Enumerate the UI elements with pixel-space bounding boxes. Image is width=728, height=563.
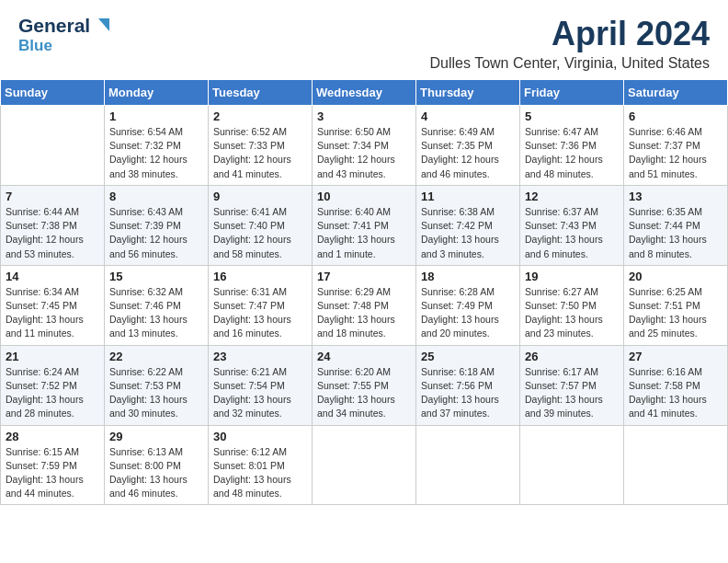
- day-info: Sunrise: 6:52 AMSunset: 7:33 PMDaylight:…: [213, 125, 307, 181]
- day-info: Sunrise: 6:17 AMSunset: 7:57 PMDaylight:…: [525, 365, 619, 421]
- calendar-cell: 30Sunrise: 6:12 AMSunset: 8:01 PMDayligh…: [209, 425, 313, 505]
- day-number: 24: [317, 350, 411, 363]
- calendar-header-row: SundayMondayTuesdayWednesdayThursdayFrid…: [1, 80, 728, 106]
- day-info: Sunrise: 6:34 AMSunset: 7:45 PMDaylight:…: [6, 285, 99, 341]
- calendar-cell: 4Sunrise: 6:49 AMSunset: 7:35 PMDaylight…: [416, 106, 520, 186]
- calendar-cell: 5Sunrise: 6:47 AMSunset: 7:36 PMDaylight…: [520, 106, 624, 186]
- day-info: Sunrise: 6:21 AMSunset: 7:54 PMDaylight:…: [213, 365, 307, 421]
- calendar-cell: 1Sunrise: 6:54 AMSunset: 7:32 PMDaylight…: [105, 106, 209, 186]
- day-number: 19: [525, 270, 619, 283]
- day-info: Sunrise: 6:54 AMSunset: 7:32 PMDaylight:…: [109, 125, 203, 181]
- calendar-cell: 3Sunrise: 6:50 AMSunset: 7:34 PMDaylight…: [313, 106, 416, 186]
- day-number: 26: [525, 350, 619, 363]
- subtitle: Dulles Town Center, Virginia, United Sta…: [430, 55, 710, 72]
- day-info: Sunrise: 6:49 AMSunset: 7:35 PMDaylight:…: [421, 125, 515, 181]
- svg-marker-0: [98, 18, 109, 31]
- calendar-cell: [520, 425, 624, 505]
- day-info: Sunrise: 6:37 AMSunset: 7:43 PMDaylight:…: [525, 205, 619, 261]
- calendar-cell: 23Sunrise: 6:21 AMSunset: 7:54 PMDayligh…: [209, 345, 313, 425]
- logo-blue-text: Blue: [18, 37, 111, 55]
- day-info: Sunrise: 6:35 AMSunset: 7:44 PMDaylight:…: [629, 205, 722, 261]
- day-header-wednesday: Wednesday: [313, 80, 416, 106]
- day-info: Sunrise: 6:32 AMSunset: 7:46 PMDaylight:…: [109, 285, 203, 341]
- day-info: Sunrise: 6:15 AMSunset: 7:59 PMDaylight:…: [6, 445, 99, 501]
- calendar-cell: 17Sunrise: 6:29 AMSunset: 7:48 PMDayligh…: [313, 265, 416, 345]
- day-number: 22: [109, 350, 203, 363]
- day-number: 15: [109, 270, 203, 283]
- day-info: Sunrise: 6:44 AMSunset: 7:38 PMDaylight:…: [6, 205, 99, 261]
- title-area: April 2024 Dulles Town Center, Virginia,…: [430, 15, 710, 72]
- day-number: 7: [6, 190, 99, 203]
- day-info: Sunrise: 6:31 AMSunset: 7:47 PMDaylight:…: [213, 285, 307, 341]
- day-number: 17: [317, 270, 411, 283]
- day-number: 23: [213, 350, 307, 363]
- day-number: 11: [421, 190, 515, 203]
- calendar-cell: [1, 106, 105, 186]
- day-number: 10: [317, 190, 411, 203]
- day-number: 29: [109, 430, 203, 443]
- day-number: 5: [525, 109, 619, 123]
- calendar-week-row: 1Sunrise: 6:54 AMSunset: 7:32 PMDaylight…: [1, 106, 728, 186]
- calendar-cell: 15Sunrise: 6:32 AMSunset: 7:46 PMDayligh…: [105, 265, 209, 345]
- calendar-week-row: 21Sunrise: 6:24 AMSunset: 7:52 PMDayligh…: [1, 345, 728, 425]
- logo: General Blue: [18, 15, 111, 55]
- day-number: 16: [213, 270, 307, 283]
- day-info: Sunrise: 6:16 AMSunset: 7:58 PMDaylight:…: [629, 365, 722, 421]
- calendar-table: SundayMondayTuesdayWednesdayThursdayFrid…: [0, 79, 728, 505]
- calendar-cell: 26Sunrise: 6:17 AMSunset: 7:57 PMDayligh…: [520, 345, 624, 425]
- day-number: 2: [213, 109, 307, 123]
- calendar-cell: [624, 425, 728, 505]
- calendar-cell: 12Sunrise: 6:37 AMSunset: 7:43 PMDayligh…: [520, 185, 624, 265]
- day-number: 13: [629, 190, 722, 203]
- day-info: Sunrise: 6:50 AMSunset: 7:34 PMDaylight:…: [317, 125, 411, 181]
- day-number: 9: [213, 190, 307, 203]
- day-number: 1: [109, 109, 203, 123]
- day-info: Sunrise: 6:41 AMSunset: 7:40 PMDaylight:…: [213, 205, 307, 261]
- page-header: General Blue April 2024 Dulles Town Cent…: [0, 0, 728, 79]
- calendar-cell: 20Sunrise: 6:25 AMSunset: 7:51 PMDayligh…: [624, 265, 728, 345]
- day-info: Sunrise: 6:46 AMSunset: 7:37 PMDaylight:…: [629, 125, 722, 181]
- day-info: Sunrise: 6:18 AMSunset: 7:56 PMDaylight:…: [421, 365, 515, 421]
- logo-icon: [91, 15, 111, 35]
- day-header-saturday: Saturday: [624, 80, 728, 106]
- day-number: 4: [421, 109, 515, 123]
- calendar-cell: [416, 425, 520, 505]
- calendar-cell: 22Sunrise: 6:22 AMSunset: 7:53 PMDayligh…: [105, 345, 209, 425]
- calendar-cell: 29Sunrise: 6:13 AMSunset: 8:00 PMDayligh…: [105, 425, 209, 505]
- day-info: Sunrise: 6:27 AMSunset: 7:50 PMDaylight:…: [525, 285, 619, 341]
- logo-general-text: General: [18, 15, 90, 37]
- calendar-cell: 11Sunrise: 6:38 AMSunset: 7:42 PMDayligh…: [416, 185, 520, 265]
- calendar-cell: 16Sunrise: 6:31 AMSunset: 7:47 PMDayligh…: [209, 265, 313, 345]
- calendar-cell: 21Sunrise: 6:24 AMSunset: 7:52 PMDayligh…: [1, 345, 105, 425]
- calendar-cell: 9Sunrise: 6:41 AMSunset: 7:40 PMDaylight…: [209, 185, 313, 265]
- calendar-cell: 24Sunrise: 6:20 AMSunset: 7:55 PMDayligh…: [313, 345, 416, 425]
- calendar-week-row: 14Sunrise: 6:34 AMSunset: 7:45 PMDayligh…: [1, 265, 728, 345]
- day-header-friday: Friday: [520, 80, 624, 106]
- day-number: 20: [629, 270, 722, 283]
- day-header-monday: Monday: [105, 80, 209, 106]
- calendar-cell: 10Sunrise: 6:40 AMSunset: 7:41 PMDayligh…: [313, 185, 416, 265]
- day-number: 12: [525, 190, 619, 203]
- day-number: 30: [213, 430, 307, 443]
- calendar-cell: 13Sunrise: 6:35 AMSunset: 7:44 PMDayligh…: [624, 185, 728, 265]
- day-info: Sunrise: 6:47 AMSunset: 7:36 PMDaylight:…: [525, 125, 619, 181]
- day-number: 8: [109, 190, 203, 203]
- calendar-cell: 8Sunrise: 6:43 AMSunset: 7:39 PMDaylight…: [105, 185, 209, 265]
- day-info: Sunrise: 6:20 AMSunset: 7:55 PMDaylight:…: [317, 365, 411, 421]
- day-number: 6: [629, 109, 722, 123]
- day-header-thursday: Thursday: [416, 80, 520, 106]
- day-info: Sunrise: 6:29 AMSunset: 7:48 PMDaylight:…: [317, 285, 411, 341]
- day-info: Sunrise: 6:38 AMSunset: 7:42 PMDaylight:…: [421, 205, 515, 261]
- main-title: April 2024: [430, 15, 710, 53]
- calendar-cell: 28Sunrise: 6:15 AMSunset: 7:59 PMDayligh…: [1, 425, 105, 505]
- day-number: 21: [6, 350, 99, 363]
- calendar-cell: 18Sunrise: 6:28 AMSunset: 7:49 PMDayligh…: [416, 265, 520, 345]
- calendar-cell: 7Sunrise: 6:44 AMSunset: 7:38 PMDaylight…: [1, 185, 105, 265]
- calendar-cell: 2Sunrise: 6:52 AMSunset: 7:33 PMDaylight…: [209, 106, 313, 186]
- calendar-cell: 19Sunrise: 6:27 AMSunset: 7:50 PMDayligh…: [520, 265, 624, 345]
- calendar-cell: [313, 425, 416, 505]
- calendar-cell: 25Sunrise: 6:18 AMSunset: 7:56 PMDayligh…: [416, 345, 520, 425]
- calendar-cell: 14Sunrise: 6:34 AMSunset: 7:45 PMDayligh…: [1, 265, 105, 345]
- day-info: Sunrise: 6:28 AMSunset: 7:49 PMDaylight:…: [421, 285, 515, 341]
- day-header-tuesday: Tuesday: [209, 80, 313, 106]
